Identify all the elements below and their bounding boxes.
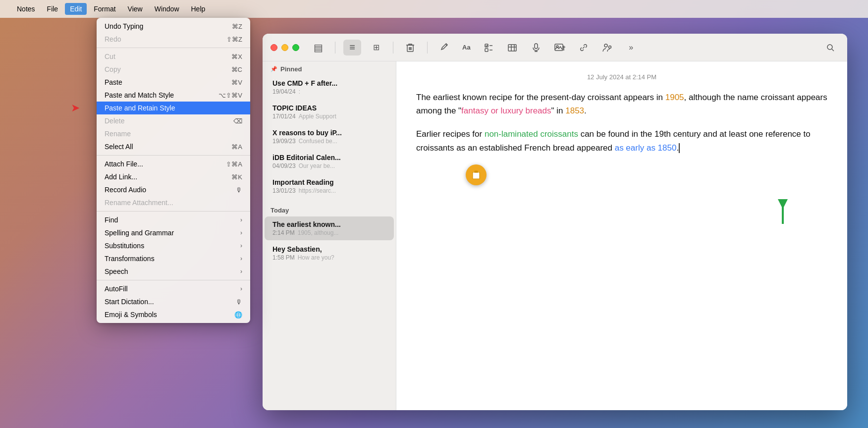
menu-item-find[interactable]: Find › (97, 214, 250, 226)
note-preview: Confused be... (299, 138, 337, 145)
menu-item-rename[interactable]: Rename (97, 127, 250, 140)
menu-item-undo-typing[interactable]: Undo Typing ⌘Z (97, 20, 250, 33)
note-body: The earliest known recipe for the presen… (416, 91, 827, 234)
note-meta: 04/09/23 Our year be... (272, 162, 386, 169)
menu-item-select-all[interactable]: Select All ⌘A (97, 140, 250, 153)
collab-button[interactable] (598, 40, 616, 55)
para1-text4: . (584, 106, 587, 115)
pinned-section-header: 📌 Pinned (263, 61, 396, 75)
menu-item-shortcut: 🌐 (234, 311, 242, 319)
text-cursor (679, 143, 680, 153)
menu-item-label: Add Link... (105, 173, 137, 181)
menu-item-label: Speech (105, 268, 128, 275)
menu-help[interactable]: Help (186, 3, 211, 15)
sidebar-toggle-button[interactable]: ▤ (309, 40, 327, 55)
maximize-button[interactable] (292, 44, 299, 51)
menu-item-record-audio[interactable]: Record Audio 🎙 (97, 183, 250, 196)
menu-item-shortcut: ⇧⌘Z (226, 36, 242, 43)
menu-item-speech[interactable]: Speech › (97, 265, 250, 278)
menu-item-spelling-grammar[interactable]: Spelling and Grammar › (97, 226, 250, 239)
note-item-idb-editorial[interactable]: iDB Editorial Calen... 04/09/23 Our year… (265, 150, 394, 173)
menu-item-shortcut: ⌥⇧⌘V (218, 92, 242, 99)
menu-item-label: Cut (105, 53, 115, 60)
menu-item-start-dictation[interactable]: Start Dictation... 🎙 (97, 295, 250, 308)
paste-bubble-container (416, 164, 827, 194)
menu-item-shortcut: ⌫ (233, 117, 242, 125)
note-item-x-reasons[interactable]: X reasons to buy iP... 19/09/23 Confused… (265, 125, 394, 149)
note-item-earliest-known[interactable]: The earliest known... 2:14 PM 1905, alth… (265, 216, 394, 240)
note-date: 13/01/23 (272, 187, 296, 194)
paragraph-2: Earlier recipes for non-laminated croiss… (416, 127, 827, 154)
photo-button[interactable] (551, 40, 569, 55)
gallery-view-button[interactable]: ⊞ (367, 40, 385, 55)
close-button[interactable] (271, 44, 277, 51)
note-date: 04/09/23 (272, 162, 296, 169)
more-button[interactable]: » (622, 40, 640, 55)
format-button[interactable]: Aa (459, 40, 474, 55)
link-button[interactable] (575, 40, 593, 55)
minimize-button[interactable] (281, 44, 288, 51)
submenu-arrow: › (240, 285, 242, 292)
menu-item-emoji-symbols[interactable]: Emoji & Symbols 🌐 (97, 308, 250, 321)
note-item-topic-ideas[interactable]: TOPIC IDEAS 17/01/24 Apple Support (265, 100, 394, 124)
paste-bubble[interactable] (466, 164, 487, 185)
note-title: The earliest known... (272, 220, 386, 228)
note-meta: 19/09/23 Confused be... (272, 138, 386, 145)
menu-item-paste-retain-style[interactable]: Paste and Retain Style (97, 102, 250, 114)
note-editor[interactable]: 12 July 2024 at 2:14 PM The earliest kno… (396, 61, 847, 410)
menu-item-label: Rename (105, 130, 131, 138)
note-item-use-cmd-f[interactable]: Use CMD + F after... 19/04/24 : (265, 75, 394, 99)
svg-rect-9 (535, 44, 538, 49)
menu-item-paste-match-style[interactable]: Paste and Match Style ⌥⇧⌘V (97, 89, 250, 102)
menu-item-shortcut: ⇧⌘A (226, 160, 242, 168)
menu-item-rename-attachment[interactable]: Rename Attachment... (97, 196, 250, 209)
list-view-button[interactable]: ≡ (343, 40, 361, 55)
content-area: 📌 Pinned Use CMD + F after... 19/04/24 :… (263, 61, 847, 410)
red-arrow-indicator: ➤ (71, 102, 80, 114)
audio-button[interactable] (527, 40, 545, 55)
menu-item-label: Delete (105, 117, 124, 125)
menu-item-add-link[interactable]: Add Link... ⌘K (97, 170, 250, 183)
menu-separator-2 (97, 155, 250, 156)
menu-item-delete[interactable]: Delete ⌫ (97, 114, 250, 127)
menu-item-label: Attach File... (105, 160, 143, 168)
pinned-label: Pinned (280, 65, 302, 73)
compose-button[interactable] (435, 40, 453, 55)
trash-button[interactable] (401, 40, 419, 55)
menu-window[interactable]: Window (150, 3, 184, 15)
svg-point-16 (827, 45, 832, 50)
menu-item-transformations[interactable]: Transformations › (97, 252, 250, 265)
menu-item-copy[interactable]: Copy ⌘C (97, 63, 250, 76)
svg-line-17 (832, 49, 834, 51)
note-title: Use CMD + F after... (272, 79, 386, 87)
search-button[interactable] (821, 40, 839, 55)
menu-file[interactable]: File (42, 3, 63, 15)
note-item-important-reading[interactable]: Important Reading 13/01/23 https://searc… (265, 174, 394, 198)
menu-item-label: Rename Attachment... (105, 199, 173, 207)
menu-format[interactable]: Format (89, 3, 120, 15)
checklist-button[interactable] (480, 40, 497, 55)
table-button[interactable] (503, 40, 521, 55)
menu-item-cut[interactable]: Cut ⌘X (97, 50, 250, 63)
svg-rect-3 (485, 49, 488, 52)
menu-item-shortcut: ⌘C (231, 66, 242, 73)
menu-item-substitutions[interactable]: Substitutions › (97, 239, 250, 252)
note-item-hey-sebastien[interactable]: Hey Sebastien, 1:58 PM How are you? (265, 241, 394, 265)
menu-item-redo[interactable]: Redo ⇧⌘Z (97, 33, 250, 46)
menu-item-attach-file[interactable]: Attach File... ⇧⌘A (97, 158, 250, 170)
para1-text3: " in (551, 106, 566, 115)
menu-separator-3 (97, 211, 250, 212)
menu-item-autofill[interactable]: AutoFill › (97, 282, 250, 295)
menu-view[interactable]: View (123, 3, 148, 15)
menu-item-shortcut: ⌘K (231, 173, 242, 181)
menu-item-label: Emoji & Symbols (105, 311, 157, 319)
para2-link2: as early as 1850 (615, 143, 677, 153)
menu-item-label: Start Dictation... (105, 298, 154, 306)
menu-edit[interactable]: Edit (65, 3, 87, 15)
note-preview: https://searc... (299, 187, 336, 194)
toolbar-separator-1 (335, 42, 335, 54)
menu-item-paste[interactable]: Paste ⌘V (97, 76, 250, 89)
menu-notes[interactable]: Notes (12, 3, 40, 15)
note-date: 19/09/23 (272, 138, 296, 145)
submenu-arrow: › (240, 268, 242, 275)
